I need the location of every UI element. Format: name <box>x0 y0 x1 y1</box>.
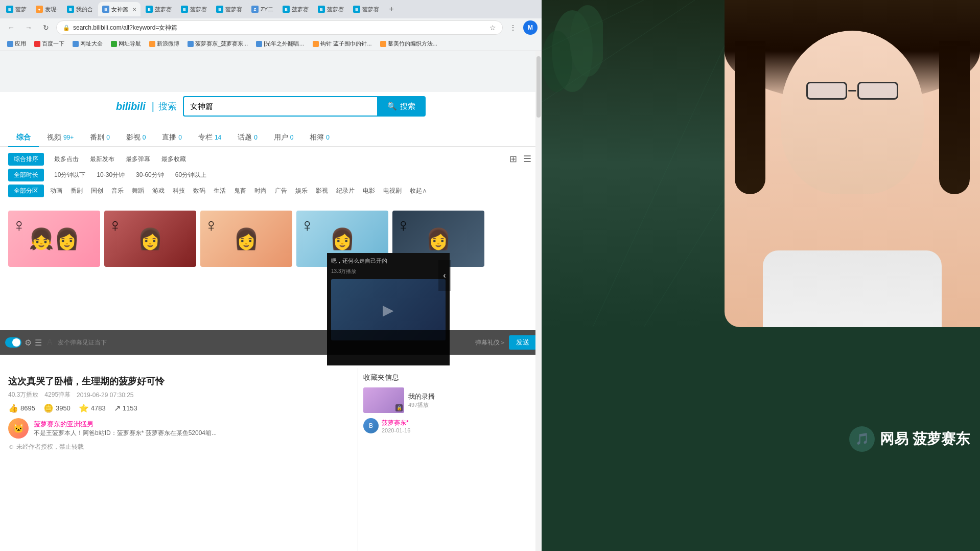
tab-fanju[interactable]: 番剧 0 <box>82 129 118 147</box>
duration-all[interactable]: 全部时长 <box>8 169 44 181</box>
like-button[interactable]: 👍 8695 <box>8 403 35 413</box>
search-button[interactable]: 🔍 搜索 <box>377 96 426 117</box>
danmu-gift-button[interactable]: 弹幕礼仪＞ <box>475 338 506 347</box>
comment-hint: ☺ 未经作者授权，禁止转载 <box>8 443 401 451</box>
address-bar[interactable]: 🔒 search.bilibili.com/all?keyword=女神篇 ☆ <box>56 20 503 35</box>
cat-film[interactable]: 影视 <box>314 186 330 196</box>
tab-5[interactable]: B 菠萝赛 <box>142 2 176 16</box>
cat-documentary[interactable]: 纪录片 <box>334 186 357 196</box>
refresh-button[interactable]: ↻ <box>39 20 53 35</box>
gouzhen-bookmark[interactable]: 钩针 蓝子围巾的针... <box>310 39 375 49</box>
tab-video[interactable]: 视频 99+ <box>39 129 82 147</box>
new-tab-button[interactable]: + <box>384 2 399 16</box>
share-button[interactable]: ↗ 1153 <box>114 403 137 413</box>
tab-topic[interactable]: 话题 0 <box>229 129 266 147</box>
tab-yingshi-label: 影视 <box>126 133 143 141</box>
coin-button[interactable]: 🪙 3950 <box>43 403 71 413</box>
cat-fanju[interactable]: 番剧 <box>68 186 85 196</box>
tab-user[interactable]: 用户 0 <box>266 129 302 147</box>
wangzhi-bookmark[interactable]: 网址大全 <box>69 39 106 49</box>
cat-ad[interactable]: 广告 <box>273 186 289 196</box>
list-view-button[interactable]: ☰ <box>521 152 533 166</box>
xumei-bookmark[interactable]: 蓄美竹的编织方法... <box>377 39 440 49</box>
tab-7[interactable]: B 菠萝赛 <box>212 2 246 16</box>
tab-1[interactable]: B 菠萝 <box>2 2 31 16</box>
uploader-avatar[interactable]: 🐱 <box>8 418 29 439</box>
tab-2[interactable]: ● 发现· <box>32 2 62 16</box>
cat-game[interactable]: 游戏 <box>150 186 167 196</box>
duration-over60[interactable]: 60分钟以上 <box>172 169 209 181</box>
scrollbar-thumb[interactable] <box>536 56 541 118</box>
tab-9[interactable]: B 菠萝赛 <box>278 2 313 16</box>
sort-mostdanmu[interactable]: 最多弹幕 <box>123 153 153 165</box>
cat-tech[interactable]: 科技 <box>171 186 187 196</box>
tab-user-label: 用户 <box>274 133 290 141</box>
star-button[interactable]: ⭐ 4783 <box>79 403 106 413</box>
grid-view-button[interactable]: ⊞ <box>507 152 519 166</box>
cat-music[interactable]: 音乐 <box>109 186 126 196</box>
danmu-list-icon[interactable]: ☰ <box>35 338 42 348</box>
apps-bookmark[interactable]: 应用 <box>4 39 29 49</box>
video-card-1[interactable]: ♀ 👧👩 <box>8 211 100 267</box>
cat-movie[interactable]: 电影 <box>361 186 377 196</box>
bookmark-star-icon[interactable]: ☆ <box>489 24 496 32</box>
cat-animation[interactable]: 动画 <box>48 186 64 196</box>
wangzhidaohang-icon <box>111 41 117 47</box>
sort-newest[interactable]: 最新发布 <box>87 153 118 165</box>
tab-yingshi[interactable]: 影视 0 <box>118 129 154 147</box>
duration-30to60[interactable]: 30-60分钟 <box>133 169 167 181</box>
search-input[interactable] <box>183 96 377 117</box>
video-card-2[interactable]: ♀ 👩 <box>104 211 196 267</box>
sort-mostfav[interactable]: 最多收藏 <box>158 153 189 165</box>
extensions-button[interactable]: ⋮ <box>506 20 520 35</box>
danmu-settings-icon[interactable]: ⚙ <box>25 338 32 348</box>
like-icon: 👍 <box>8 403 18 413</box>
search-tabs: 综合 视频 99+ 番剧 0 影视 0 直播 0 专栏 14 话题 0 用户 <box>0 125 542 147</box>
cat-life[interactable]: 生活 <box>212 186 228 196</box>
forward-button[interactable]: → <box>21 20 36 35</box>
fav-item-1[interactable]: 🔒 我的录播 497播放 <box>363 387 529 413</box>
tab-10[interactable]: B 菠萝赛 <box>314 2 348 16</box>
cat-collapse[interactable]: 收起∧ <box>408 186 429 196</box>
profile-button[interactable]: M <box>523 20 538 35</box>
tab-video-label: 视频 <box>47 133 63 141</box>
cat-ghost[interactable]: 鬼畜 <box>232 186 248 196</box>
tab-8[interactable]: Z ZY二 <box>247 2 277 16</box>
danmu-toggle[interactable] <box>5 337 21 348</box>
tab-column[interactable]: 专栏 14 <box>190 129 229 147</box>
wangzhidaohang-bookmark[interactable]: 网址导航 <box>108 39 144 49</box>
tab-4-active[interactable]: B 女神篇 ✕ <box>98 2 141 16</box>
weibo-bookmark[interactable]: 新浪微博 <box>146 39 182 49</box>
cat-dance[interactable]: 舞蹈 <box>130 186 146 196</box>
duration-10to30[interactable]: 10-30分钟 <box>94 169 128 181</box>
danmu-input[interactable]: 发个弹幕见证当下 <box>58 338 472 347</box>
video-card-3[interactable]: ♀ 👩 <box>200 211 292 267</box>
danmu-send-button[interactable]: 发送 <box>509 335 536 350</box>
tab-album[interactable]: 相簿 0 <box>301 129 338 147</box>
fav-uploader-name[interactable]: 菠萝赛东* <box>382 419 410 427</box>
sort-mostclick[interactable]: 最多点击 <box>51 153 82 165</box>
tab-close-4[interactable]: ✕ <box>132 7 136 12</box>
panel-collapse-button[interactable]: ‹ <box>438 260 451 291</box>
baidu-icon <box>34 41 40 47</box>
tab-6[interactable]: B 菠萝赛 <box>177 2 211 16</box>
category-all[interactable]: 全部分区 <box>8 185 44 197</box>
cat-guochuang[interactable]: 国创 <box>89 186 105 196</box>
duration-under10[interactable]: 10分钟以下 <box>51 169 88 181</box>
cat-fashion[interactable]: 时尚 <box>252 186 269 196</box>
uploader-name[interactable]: 菠萝赛东的亚洲猛男 <box>34 420 217 429</box>
cat-entertainment[interactable]: 娱乐 <box>293 186 310 196</box>
tab-live[interactable]: 直播 0 <box>154 129 190 147</box>
back-button[interactable]: ← <box>4 20 18 35</box>
tab-11[interactable]: B 菠萝赛 <box>349 2 383 16</box>
cat-digital[interactable]: 数码 <box>191 186 207 196</box>
baidu-bookmark[interactable]: 百度一下 <box>31 39 67 49</box>
cat-tv[interactable]: 电视剧 <box>381 186 404 196</box>
sort-comprehensive[interactable]: 综合排序 <box>8 153 44 166</box>
tab-comprehensive[interactable]: 综合 <box>8 129 39 147</box>
guangnian-bookmark[interactable]: [光年之外翻唱… <box>253 39 308 49</box>
boluosaodong-bookmark[interactable]: 菠萝赛东_菠萝赛东... <box>184 39 251 49</box>
tab-3[interactable]: B 我的合 <box>63 2 97 16</box>
fav-uploader-avatar[interactable]: B <box>363 418 379 433</box>
tab-label-1: 菠萝 <box>15 6 27 13</box>
